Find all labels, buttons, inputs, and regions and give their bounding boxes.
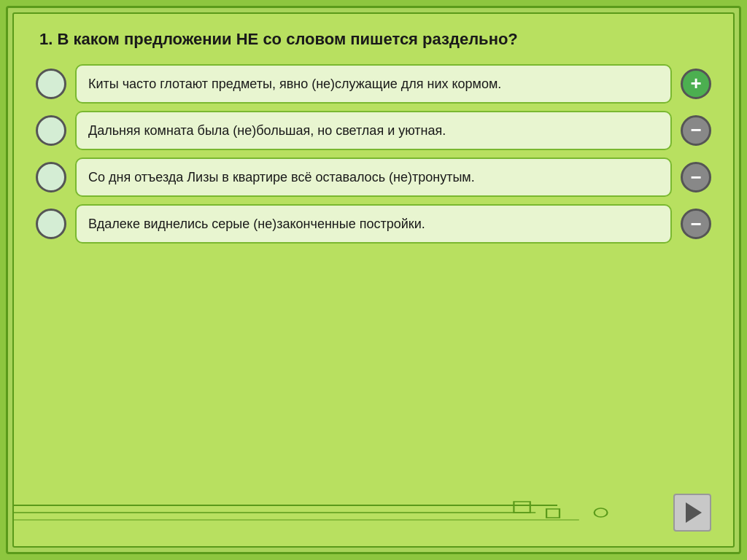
answers-container: Киты часто глотают предметы, явно (не)сл…: [36, 64, 711, 244]
answer-text-2: Дальняя комната была (не)большая, но све…: [75, 111, 672, 150]
answer-row-1: Киты часто глотают предметы, явно (не)сл…: [36, 64, 711, 104]
indicator-4: −: [681, 209, 711, 239]
radio-option-4[interactable]: [36, 209, 66, 239]
svg-point-5: [595, 508, 608, 517]
indicator-1: +: [681, 69, 711, 99]
decorative-circuit: [14, 498, 666, 527]
answer-row-3: Со дня отъезда Лизы в квартире всё остав…: [36, 158, 711, 197]
answer-text-1: Киты часто глотают предметы, явно (не)сл…: [75, 64, 672, 104]
radio-option-2[interactable]: [36, 115, 66, 146]
next-button[interactable]: [673, 494, 711, 532]
question-text: 1. В каком предложении НЕ со словом пише…: [36, 28, 711, 51]
answer-row-4: Вдалеке виднелись серые (не)законченные …: [36, 204, 711, 244]
main-content: 1. В каком предложении НЕ со словом пише…: [14, 14, 733, 546]
indicator-2: −: [681, 115, 711, 146]
radio-option-1[interactable]: [36, 69, 66, 99]
radio-option-3[interactable]: [36, 162, 66, 192]
answer-row-2: Дальняя комната была (не)большая, но све…: [36, 111, 711, 150]
indicator-3: −: [681, 162, 711, 192]
svg-rect-3: [514, 502, 530, 513]
bottom-bar: [14, 494, 733, 532]
answer-text-4: Вдалеке виднелись серые (не)законченные …: [75, 204, 672, 244]
svg-rect-4: [546, 509, 560, 518]
answer-text-3: Со дня отъезда Лизы в квартире всё остав…: [75, 158, 672, 197]
